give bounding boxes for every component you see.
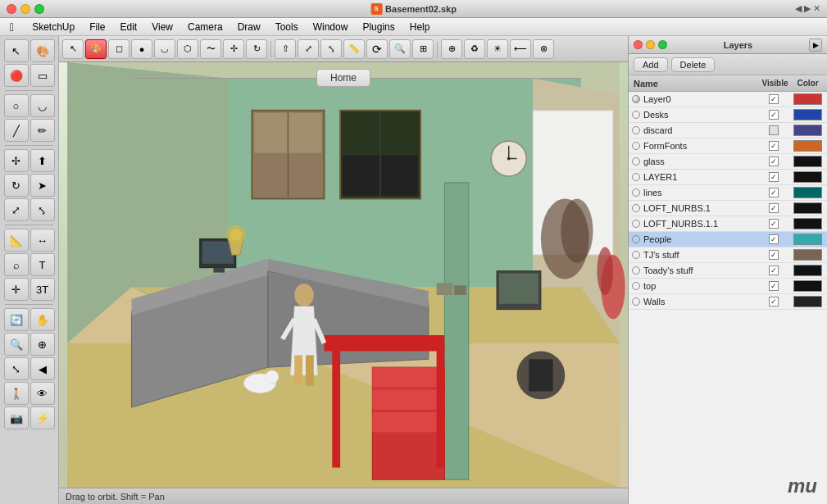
layer-row[interactable]: LOFT_NURBS.1.1: [629, 216, 827, 232]
layer-row[interactable]: Walls: [629, 294, 827, 310]
3d-scene[interactable]: [59, 62, 628, 488]
dimension-tool[interactable]: ↔: [30, 229, 55, 252]
maximize-button[interactable]: [34, 4, 44, 14]
arc-tool[interactable]: ◡: [30, 94, 55, 117]
layer-row[interactable]: glass: [629, 154, 827, 170]
layer-visibility-check[interactable]: [755, 94, 792, 104]
vp-extra4[interactable]: ⟵: [510, 39, 531, 59]
prev-view-tool[interactable]: ◀: [30, 357, 55, 380]
checkbox[interactable]: [769, 94, 779, 104]
add-layer-button[interactable]: Add: [634, 57, 668, 72]
layer-visibility-check[interactable]: [755, 266, 792, 275]
vp-rotate[interactable]: ↻: [246, 39, 267, 59]
layer-color-swatch[interactable]: [793, 249, 822, 261]
menu-edit[interactable]: Edit: [114, 20, 144, 34]
layers-expand-button[interactable]: ▶: [809, 39, 822, 52]
vp-zoomwindow[interactable]: ⊞: [412, 39, 434, 59]
layer-visibility-check[interactable]: [755, 234, 792, 244]
layer-color-swatch[interactable]: [793, 140, 822, 152]
layer-row[interactable]: LOFT_NURBS.1: [629, 201, 827, 216]
layer-color-swatch[interactable]: [793, 187, 822, 198]
checkbox[interactable]: [769, 172, 779, 182]
checkbox[interactable]: [769, 297, 779, 306]
layer-visibility-check[interactable]: [755, 157, 792, 166]
protractor-tool[interactable]: ⌕: [4, 253, 29, 276]
tape-tool[interactable]: 📐: [4, 229, 29, 252]
layer-color-swatch[interactable]: [793, 296, 822, 307]
layer-row[interactable]: People: [629, 232, 827, 247]
layer-row[interactable]: Desks: [629, 107, 827, 123]
select-tool[interactable]: ↖: [4, 39, 29, 62]
layer-visibility-check[interactable]: [755, 172, 792, 182]
viewport[interactable]: ↖ 🎨 ◻ ● ◡ ⬡ 〜 ✢ ↻ ⇧ ⤢ ⤣ 📏 ⟳ 🔍 ⊞ ⊕ ♻ ☀ ⟵ …: [59, 36, 628, 504]
zoom-window-tool[interactable]: ⊕: [30, 333, 55, 356]
vp-arc[interactable]: ◡: [154, 39, 175, 59]
delete-layer-button[interactable]: Delete: [671, 57, 716, 72]
pencil-tool[interactable]: ✏: [30, 119, 55, 142]
menu-file[interactable]: File: [83, 20, 111, 34]
vp-orbit[interactable]: ⟳: [366, 39, 388, 59]
layers-max[interactable]: [658, 40, 667, 49]
vp-pushpull[interactable]: ⇧: [275, 39, 296, 59]
layer-row[interactable]: Layer0: [629, 92, 827, 107]
layer-visibility-check[interactable]: [755, 219, 792, 229]
layer-visibility-check[interactable]: [755, 141, 792, 151]
checkbox[interactable]: [769, 141, 779, 151]
menu-help[interactable]: Help: [403, 20, 437, 34]
scale-tool[interactable]: ⤢: [4, 198, 29, 221]
layer-color-swatch[interactable]: [793, 171, 822, 183]
vp-extra2[interactable]: ♻: [464, 39, 485, 59]
walkthrough-tool[interactable]: ⚡: [30, 406, 55, 429]
layer-color-swatch[interactable]: [793, 234, 822, 245]
vp-zoom[interactable]: 🔍: [389, 39, 411, 59]
walk-tool[interactable]: 🚶: [4, 382, 29, 405]
checkbox[interactable]: [769, 125, 779, 135]
layer-color-swatch[interactable]: [793, 218, 822, 229]
vp-extra3[interactable]: ☀: [487, 39, 508, 59]
apple-menu[interactable]: : [3, 19, 20, 35]
layer-row[interactable]: discard: [629, 123, 827, 138]
layer-color-swatch[interactable]: [793, 202, 822, 214]
layer-visibility-check[interactable]: [755, 125, 792, 135]
vp-extra1[interactable]: ⊕: [441, 39, 462, 59]
menu-plugins[interactable]: Plugins: [356, 20, 401, 34]
layer-row[interactable]: Toady's stuff: [629, 263, 827, 279]
zoom-extents-tool[interactable]: ⤡: [4, 357, 29, 380]
menu-view[interactable]: View: [145, 20, 179, 34]
layer-row[interactable]: FormFonts: [629, 138, 827, 154]
vp-circle[interactable]: ●: [131, 39, 152, 59]
vp-offset[interactable]: ⤣: [320, 39, 342, 59]
layer-visibility-check[interactable]: [755, 188, 792, 198]
line-tool[interactable]: ╱: [4, 119, 29, 142]
menu-camera[interactable]: Camera: [181, 20, 229, 34]
follow-me-tool[interactable]: ➤: [30, 174, 55, 197]
3dtext-tool[interactable]: 3T: [30, 278, 55, 301]
vp-paint[interactable]: 🎨: [85, 39, 107, 59]
layer-row[interactable]: top: [629, 279, 827, 294]
checkbox[interactable]: [769, 110, 779, 120]
rotate-tool[interactable]: ↻: [4, 174, 29, 197]
vp-move[interactable]: ✢: [223, 39, 244, 59]
vp-select[interactable]: ↖: [62, 39, 84, 59]
layer-color-swatch[interactable]: [793, 265, 822, 276]
layer-color-swatch[interactable]: [793, 156, 822, 167]
checkbox[interactable]: [769, 188, 779, 198]
layer-color-swatch[interactable]: [793, 93, 822, 105]
home-button[interactable]: Home: [316, 69, 370, 87]
checkbox[interactable]: [769, 281, 779, 291]
vp-tape[interactable]: 📏: [343, 39, 365, 59]
layer-visibility-check[interactable]: [755, 297, 792, 306]
checkbox[interactable]: [769, 157, 779, 166]
layer-visibility-check[interactable]: [755, 250, 792, 260]
layers-min[interactable]: [646, 40, 655, 49]
checkbox[interactable]: [769, 234, 779, 244]
menu-sketchup[interactable]: SketchUp: [25, 20, 81, 34]
layer-row[interactable]: lines: [629, 185, 827, 201]
look-around-tool[interactable]: 👁: [30, 382, 55, 405]
menu-tools[interactable]: Tools: [269, 20, 305, 34]
checkbox[interactable]: [769, 219, 779, 229]
layer-visibility-check[interactable]: [755, 110, 792, 120]
menu-draw[interactable]: Draw: [231, 20, 267, 34]
minimize-button[interactable]: [20, 4, 30, 14]
offset-tool[interactable]: ⤣: [30, 198, 55, 221]
